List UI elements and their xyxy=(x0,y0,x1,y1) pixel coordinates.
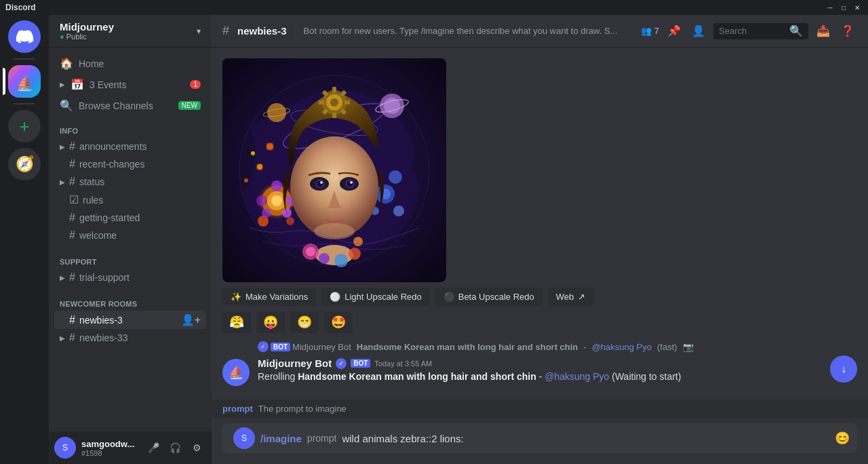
channel-recent-changes-label: recent-changes xyxy=(79,159,145,170)
explore-button[interactable]: 🧭 xyxy=(8,148,41,180)
make-variations-button[interactable]: ✨ Make Variations xyxy=(222,288,316,306)
message-input[interactable] xyxy=(342,433,833,444)
reaction-grin[interactable]: 😁 xyxy=(290,311,319,333)
search-box[interactable]: 🔍 xyxy=(713,23,808,39)
settings-button[interactable]: ⚙ xyxy=(187,438,206,457)
user-avatar: S xyxy=(54,437,76,459)
svg-point-15 xyxy=(257,164,262,170)
channel-newbies-33[interactable]: ▶ # newbies-33 xyxy=(54,329,206,347)
user-controls: 🎤 🎧 ⚙ xyxy=(144,438,206,457)
light-upscale-label: Light Upscale Redo xyxy=(344,292,421,302)
message-bar-wrap: S /imagine prompt 😊 xyxy=(212,418,868,464)
sidebar-nav: 🏠 Home ▶ 📅 3 Events 1 🔍 Browse Channels … xyxy=(49,47,212,116)
maximize-button[interactable]: □ xyxy=(838,2,849,13)
close-button[interactable]: ✕ xyxy=(852,2,863,13)
bot-badge: BOT xyxy=(351,359,370,368)
mic-button[interactable]: 🎤 xyxy=(144,438,163,457)
server-name: Midjourney xyxy=(60,21,114,33)
members-count: 👥 7 xyxy=(641,26,659,36)
bot-command-text: Handsome Korean man with long hair and s… xyxy=(357,342,578,352)
channel-rules[interactable]: ☑ rules xyxy=(54,191,206,209)
message-prompt-label: prompt xyxy=(307,433,337,444)
make-variations-label: Make Variations xyxy=(245,292,308,302)
help-button[interactable]: ❓ xyxy=(838,22,857,41)
messages-area: ✨ Make Variations ⚪ Light Upscale Redo ⚫… xyxy=(212,47,868,400)
server-divider xyxy=(14,58,35,60)
bot-message-text: Rerolling Handsome Korean man with long … xyxy=(258,370,857,384)
emoji-button[interactable]: 😊 xyxy=(833,429,852,448)
channel-announcements-label: announcements xyxy=(79,141,147,152)
svg-point-52 xyxy=(314,223,355,239)
bot-header: Midjourney Bot ✓ BOT Today at 3:55 AM xyxy=(258,357,857,369)
svg-point-51 xyxy=(350,181,353,184)
message-bar: S /imagine prompt 😊 xyxy=(222,423,857,453)
add-member-icon: 👤+ xyxy=(181,313,201,326)
beta-upscale-redo-button[interactable]: ⚫ Beta Upscale Redo xyxy=(435,288,542,306)
reaction-tongue[interactable]: 😛 xyxy=(256,311,285,333)
bot-name: Midjourney Bot xyxy=(258,357,332,369)
headphone-button[interactable]: 🎧 xyxy=(165,438,184,457)
channel-newbies-3-label: newbies-3 xyxy=(79,315,123,326)
image-message: ✨ Make Variations ⚪ Light Upscale Redo ⚫… xyxy=(222,58,857,333)
reaction-star-eyes[interactable]: 🤩 xyxy=(324,311,353,333)
channel-recent-changes[interactable]: # recent-changes xyxy=(54,155,206,173)
channel-welcome[interactable]: # welcome xyxy=(54,227,206,244)
server-status: ● Public xyxy=(60,33,114,41)
username: samgoodw... xyxy=(81,439,138,449)
app: ⛵ + 🧭 Midjourney ● Public ▾ xyxy=(0,15,868,464)
scroll-to-bottom-button[interactable]: ↓ xyxy=(830,355,857,383)
web-button[interactable]: Web ↗ xyxy=(548,288,594,306)
discord-home-button[interactable] xyxy=(8,20,41,53)
svg-point-35 xyxy=(330,98,338,107)
hash-icon-8: # xyxy=(69,332,75,344)
channel-status[interactable]: ▶ # status xyxy=(54,173,206,191)
members-button[interactable]: 👤 xyxy=(689,22,708,41)
pin-button[interactable]: 📌 xyxy=(665,22,684,41)
svg-point-32 xyxy=(290,136,378,238)
verified-icon: ✓ xyxy=(258,341,269,352)
sidebar-item-events[interactable]: ▶ 📅 3 Events 1 xyxy=(54,74,206,95)
messages-container: ✨ Make Variations ⚪ Light Upscale Redo ⚫… xyxy=(212,47,868,464)
sidebar-item-home[interactable]: 🏠 Home xyxy=(54,53,206,74)
bot-avatar: ⛵ xyxy=(222,359,250,386)
hash-icon-7: # xyxy=(69,314,75,326)
main-content: # newbies-3 Bot room for new users. Type… xyxy=(212,15,868,464)
support-section-label: SUPPORT xyxy=(54,258,206,266)
command-speed: (fast) xyxy=(657,342,677,352)
bot-content: Midjourney Bot ✓ BOT Today at 3:55 AM Re… xyxy=(258,357,857,386)
sidebar-item-browse[interactable]: 🔍 Browse Channels NEW xyxy=(54,95,206,116)
dark-circle-icon: ⚫ xyxy=(443,292,454,302)
svg-point-50 xyxy=(320,181,323,184)
light-upscale-redo-button[interactable]: ⚪ Light Upscale Redo xyxy=(321,288,429,306)
channel-rules-label: rules xyxy=(83,195,103,206)
search-input[interactable] xyxy=(719,26,787,36)
channel-getting-started[interactable]: # getting-started xyxy=(54,209,206,227)
titlebar-controls: ─ □ ✕ xyxy=(825,2,863,13)
svg-point-54 xyxy=(306,247,315,256)
channel-header: # newbies-3 Bot room for new users. Type… xyxy=(212,15,868,47)
screenshot-icon: 📷 xyxy=(683,342,694,352)
svg-point-7 xyxy=(271,195,282,206)
channel-announcements[interactable]: ▶ # announcements xyxy=(54,138,206,155)
server-rail: ⛵ + 🧭 xyxy=(0,15,49,464)
svg-point-9 xyxy=(286,217,294,225)
channel-description: Bot room for new users. Type /imagine th… xyxy=(304,26,633,36)
titlebar: Discord ─ □ ✕ xyxy=(0,0,868,15)
browse-icon: 🔍 xyxy=(60,99,73,112)
channel-trial-support[interactable]: ▶ # trial-support xyxy=(54,269,206,286)
generated-image xyxy=(222,58,446,282)
compass-icon: 🧭 xyxy=(16,155,34,173)
midjourney-server-wrapper: ⛵ xyxy=(8,65,41,98)
sidebar-header[interactable]: Midjourney ● Public ▾ xyxy=(49,15,212,47)
svg-point-56 xyxy=(334,254,348,267)
minimize-button[interactable]: ─ xyxy=(825,2,835,13)
channel-newbies-3[interactable]: # newbies-3 👤+ xyxy=(54,311,206,329)
prompt-hint-label: prompt xyxy=(222,404,253,414)
hash-icon-2: # xyxy=(69,158,75,170)
reaction-angry[interactable]: 😤 xyxy=(222,311,251,333)
add-server-button[interactable]: + xyxy=(8,110,41,142)
bot-command-name: Midjourney Bot xyxy=(292,342,351,352)
sidebar-browse-label: Browse Channels xyxy=(79,100,153,111)
inbox-button[interactable]: 📥 xyxy=(814,22,833,41)
midjourney-server-button[interactable]: ⛵ xyxy=(8,65,41,98)
